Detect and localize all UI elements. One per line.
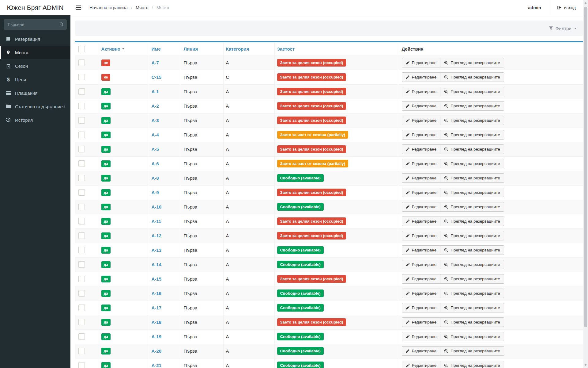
edit-button[interactable]: Редактиране [402,130,441,140]
place-name-link[interactable]: A-16 [152,291,162,296]
view-reservations-button[interactable]: Преглед на резервациите [440,87,504,96]
scroll-up-arrow-icon[interactable] [584,2,587,4]
place-name-link[interactable]: A-5 [152,147,159,152]
place-name-link[interactable]: A-12 [152,233,162,238]
row-checkbox[interactable] [78,88,85,95]
view-reservations-button[interactable]: Преглед на резервациите [440,260,504,269]
row-checkbox[interactable] [78,204,85,210]
row-checkbox[interactable] [78,290,85,297]
view-reservations-button[interactable]: Преглед на резервациите [440,188,504,197]
row-checkbox[interactable] [78,362,85,368]
view-reservations-button[interactable]: Преглед на резервациите [440,361,504,368]
view-reservations-button[interactable]: Преглед на резервациите [440,332,504,341]
row-checkbox[interactable] [78,132,85,138]
view-reservations-button[interactable]: Преглед на резервациите [440,101,504,111]
place-name-link[interactable]: A-9 [152,190,159,195]
view-reservations-button[interactable]: Преглед на резервациите [440,217,504,226]
place-name-link[interactable]: A-11 [152,219,161,224]
view-reservations-button[interactable]: Преглед на резервациите [440,130,504,140]
edit-button[interactable]: Редактиране [402,87,441,96]
row-checkbox[interactable] [78,305,85,311]
place-name-link[interactable]: A-17 [152,305,162,310]
place-name-link[interactable]: A-1 [152,89,159,94]
edit-button[interactable]: Редактиране [402,202,441,212]
view-reservations-button[interactable]: Преглед на резервациите [440,245,504,255]
edit-button[interactable]: Редактиране [402,159,441,168]
sidebar-toggle-button[interactable] [70,0,86,15]
place-name-link[interactable]: A-14 [152,262,162,267]
sidebar-item-payments[interactable]: Плащания [0,86,70,100]
place-name-link[interactable]: A-4 [152,132,159,137]
column-header-active[interactable]: Активно [99,42,149,56]
row-checkbox[interactable] [78,261,85,268]
scrollbar-thumb[interactable] [584,7,587,327]
search-input[interactable] [4,19,67,30]
sidebar-item-static-content[interactable]: Статично съдържание [0,100,70,113]
place-name-link[interactable]: C-15 [152,75,162,80]
place-name-link[interactable]: A-7 [152,60,159,65]
sidebar-item-reservations[interactable]: Резервация [0,32,70,46]
row-checkbox[interactable] [78,74,85,80]
place-name-link[interactable]: A-18 [152,320,162,325]
column-header-line[interactable]: Линия [181,42,223,56]
view-reservations-button[interactable]: Преглед на резервациите [440,274,504,284]
edit-button[interactable]: Редактиране [402,289,441,298]
scroll-down-arrow-icon[interactable] [584,364,587,366]
edit-button[interactable]: Редактиране [402,173,441,183]
view-reservations-button[interactable]: Преглед на резервациите [440,202,504,212]
sidebar-item-places[interactable]: Места [0,46,70,59]
row-checkbox[interactable] [78,59,85,66]
breadcrumb-item[interactable]: Начална страница [89,5,128,10]
place-name-link[interactable]: A-10 [152,204,162,209]
row-checkbox[interactable] [78,348,85,354]
edit-button[interactable]: Редактиране [402,245,441,255]
row-checkbox[interactable] [78,160,85,167]
logout-button[interactable]: изход [550,0,582,15]
row-checkbox[interactable] [78,333,85,340]
edit-button[interactable]: Редактиране [402,116,441,125]
row-checkbox[interactable] [78,146,85,152]
edit-button[interactable]: Редактиране [402,72,441,82]
edit-button[interactable]: Редактиране [402,274,441,284]
select-all-checkbox[interactable] [78,46,85,52]
place-name-link[interactable]: A-6 [152,161,159,166]
column-header-category[interactable]: Категория [223,42,274,56]
sidebar-item-history[interactable]: История [0,113,70,127]
sidebar-item-prices[interactable]: $Цени [0,73,70,86]
place-name-link[interactable]: A-2 [152,103,159,109]
place-name-link[interactable]: A-13 [152,247,162,253]
column-header-occupancy[interactable]: Заетост [274,42,399,56]
row-checkbox[interactable] [78,232,85,239]
filters-toggle-button[interactable]: Филтри [549,26,577,31]
user-menu[interactable]: admin [519,0,550,15]
place-name-link[interactable]: A-15 [152,276,162,282]
place-name-link[interactable]: A-3 [152,118,159,123]
edit-button[interactable]: Редактиране [402,231,441,240]
column-header-name[interactable]: Име [149,42,181,56]
view-reservations-button[interactable]: Преглед на резервациите [440,159,504,168]
edit-button[interactable]: Редактиране [402,217,441,226]
edit-button[interactable]: Редактиране [402,317,441,327]
row-checkbox[interactable] [78,319,85,325]
row-checkbox[interactable] [78,276,85,282]
place-name-link[interactable]: A-19 [152,334,162,339]
edit-button[interactable]: Редактиране [402,303,441,312]
view-reservations-button[interactable]: Преглед на резервациите [440,72,504,82]
view-reservations-button[interactable]: Преглед на резервациите [440,144,504,154]
sidebar-item-season[interactable]: Сезон [0,59,70,73]
row-checkbox[interactable] [78,218,85,224]
view-reservations-button[interactable]: Преглед на резервациите [440,346,504,356]
row-checkbox[interactable] [78,117,85,124]
place-name-link[interactable]: A-8 [152,175,159,181]
edit-button[interactable]: Редактиране [402,58,441,67]
edit-button[interactable]: Редактиране [402,361,441,368]
edit-button[interactable]: Редактиране [402,144,441,154]
edit-button[interactable]: Редактиране [402,101,441,111]
row-checkbox[interactable] [78,189,85,196]
place-name-link[interactable]: A-20 [152,348,162,354]
view-reservations-button[interactable]: Преглед на резервациите [440,317,504,327]
row-checkbox[interactable] [78,247,85,253]
edit-button[interactable]: Редактиране [402,188,441,197]
row-checkbox[interactable] [78,103,85,109]
view-reservations-button[interactable]: Преглед на резервациите [440,231,504,240]
